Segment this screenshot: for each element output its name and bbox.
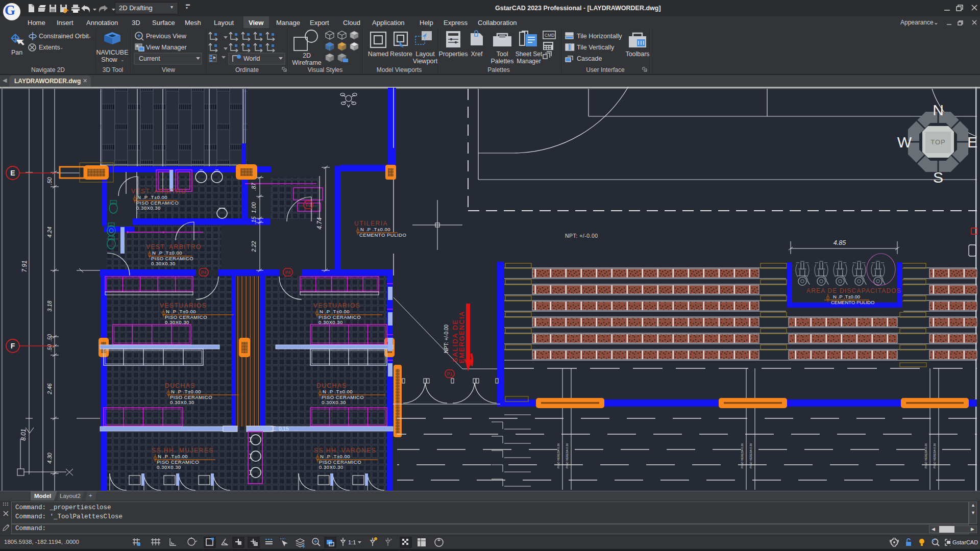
svg-text:N .P .T±0.00: N .P .T±0.00	[360, 227, 390, 232]
svg-text:Manager: Manager	[517, 58, 541, 65]
svg-text:Viewport: Viewport	[413, 58, 438, 65]
svg-text:N .P .T±0.00: N .P .T±0.00	[137, 194, 167, 200]
svg-text:E: E	[967, 134, 977, 151]
svg-text:N: N	[933, 102, 944, 118]
svg-text:0.30X0.30: 0.30X0.30	[319, 464, 344, 470]
svg-text:Extents: Extents	[39, 44, 60, 51]
svg-text:DUCHAS: DUCHAS	[316, 382, 347, 389]
svg-text:VEST. ARBITRO: VEST. ARBITRO	[131, 188, 187, 195]
svg-text:Pan: Pan	[11, 49, 22, 56]
svg-text:Xref: Xref	[471, 51, 483, 58]
svg-text:8.01: 8.01	[20, 429, 27, 440]
svg-text:P1: P1	[447, 371, 453, 377]
svg-text:⌄: ⌄	[60, 45, 64, 50]
svg-text:Tile Horizontally: Tile Horizontally	[577, 33, 622, 40]
svg-text:Tool: Tool	[497, 51, 508, 58]
svg-text:Palettes: Palettes	[491, 58, 513, 65]
svg-text:0.30X0.30: 0.30X0.30	[170, 399, 194, 405]
svg-text:World: World	[243, 55, 260, 62]
svg-text:Current: Current	[139, 55, 160, 62]
svg-text:Show: Show	[101, 56, 117, 63]
svg-text:F: F	[11, 342, 15, 350]
svg-text:View Manager: View Manager	[146, 44, 187, 51]
svg-text:2D: 2D	[303, 52, 311, 59]
svg-text:⌄: ⌄	[88, 34, 92, 39]
svg-text:2.22: 2.22	[251, 241, 257, 252]
svg-text:AREA DE DISCAPACITADOS: AREA DE DISCAPACITADOS	[806, 287, 901, 294]
svg-text:⌄: ⌄	[120, 57, 125, 62]
svg-text:EMERGENCIA: EMERGENCIA	[458, 311, 465, 363]
svg-text:DUCHAS: DUCHAS	[165, 382, 195, 389]
svg-text:UTILERIA: UTILERIA	[354, 220, 388, 227]
svg-text:NAVICUBE: NAVICUBE	[96, 49, 129, 56]
svg-text:N .P .T±0.00: N .P .T±0.00	[152, 250, 182, 256]
svg-text:P3: P3	[306, 203, 311, 208]
svg-text:1:1: 1:1	[348, 539, 356, 545]
svg-text:N .P .T±0.00: N .P .T±0.00	[833, 294, 860, 299]
svg-text:N .P .T±0.00: N .P .T±0.00	[166, 309, 196, 314]
svg-text:CEMENTO PULIDO: CEMENTO PULIDO	[359, 232, 406, 238]
svg-text:.87: .87	[251, 182, 257, 190]
svg-text:4.85: 4.85	[834, 239, 846, 246]
svg-text:CMD: CMD	[545, 33, 554, 38]
svg-text:VESTUARIOS: VESTUARIOS	[160, 302, 207, 309]
svg-text:.50: .50	[47, 344, 53, 352]
svg-text:7.91: 7.91	[21, 260, 28, 272]
svg-text:Properties: Properties	[439, 51, 468, 58]
svg-text:Constrained Orbit: Constrained Orbit	[39, 33, 89, 40]
svg-text:TOP: TOP	[930, 138, 946, 146]
svg-text:0.30X0.30: 0.30X0.30	[136, 205, 161, 211]
svg-text:Toolbars: Toolbars	[625, 51, 649, 58]
svg-text:SS.HH. VARONES: SS.HH. VARONES	[314, 447, 376, 454]
svg-text:4.24: 4.24	[46, 227, 53, 237]
svg-text:NPT: +/-0.00: NPT: +/-0.00	[565, 233, 598, 239]
svg-text:0.30X0.30: 0.30X0.30	[322, 399, 346, 405]
svg-text:2.46: 2.46	[46, 383, 53, 394]
svg-text:Sheet Set: Sheet Set	[516, 51, 543, 58]
svg-text:.50: .50	[46, 177, 53, 185]
svg-text:0,15: 0,15	[279, 426, 289, 432]
svg-text:.15: .15	[251, 216, 257, 224]
svg-text:N .P .T±0.00: N .P .T±0.00	[158, 454, 188, 459]
svg-text:Layout: Layout	[415, 51, 435, 58]
svg-text:N .P .T±0.00: N .P .T±0.00	[171, 389, 201, 394]
svg-text:P4: P4	[201, 270, 207, 275]
svg-text:Previous View: Previous View	[146, 33, 187, 40]
svg-text:Cascade: Cascade	[577, 55, 602, 62]
svg-text:N .P .T±0.00: N .P .T±0.00	[320, 454, 350, 459]
svg-text:N .P .T±0.00: N .P .T±0.00	[323, 389, 353, 394]
svg-text:CEMENTO PULIDO: CEMENTO PULIDO	[831, 299, 874, 305]
svg-text:Tile Vertically: Tile Vertically	[577, 44, 615, 51]
svg-text:Restore: Restore	[390, 51, 412, 58]
svg-text:Wireframe: Wireframe	[292, 59, 322, 66]
svg-text:P4: P4	[285, 270, 291, 275]
svg-text:0.30X0.30: 0.30X0.30	[157, 464, 181, 470]
svg-text:3.18: 3.18	[46, 300, 53, 311]
svg-text:1.00: 1.00	[251, 202, 257, 213]
svg-text:4.74: 4.74	[316, 217, 323, 230]
svg-text:Named: Named	[368, 51, 388, 58]
svg-text:0.30X0.30: 0.30X0.30	[151, 261, 176, 266]
svg-text:W: W	[897, 134, 912, 151]
svg-text:VESTUARIOS: VESTUARIOS	[313, 302, 360, 309]
svg-text:E: E	[10, 169, 15, 177]
svg-text:4.30: 4.30	[46, 452, 53, 463]
svg-text:S: S	[933, 169, 943, 186]
svg-text:NPT: +/-0.00: NPT: +/-0.00	[444, 324, 449, 353]
svg-text:N .P .T±0.00: N .P .T±0.00	[320, 309, 350, 314]
svg-text:VEST. ARBITRO: VEST. ARBITRO	[146, 243, 202, 251]
svg-text:SS.HH. MUJERES: SS.HH. MUJERES	[152, 447, 214, 454]
svg-text:.50: .50	[47, 334, 53, 341]
